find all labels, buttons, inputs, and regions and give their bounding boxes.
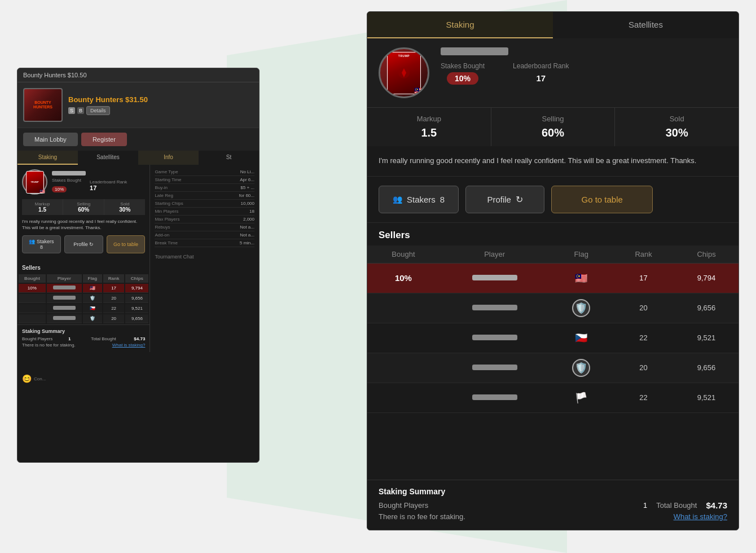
meta-stakes-bought: Stakes Bought 10% — [441, 62, 485, 84]
small-bought-players-label: Bought Players — [22, 336, 52, 341]
small-tournament-image: BOUNTYHUNTERS — [23, 88, 63, 122]
small-profile-label: Profile — [73, 242, 88, 247]
info-breaktime-value: 5 min... — [240, 240, 254, 245]
small-info-rows: Game Type No Li... Starting Time Apr 6..… — [150, 165, 259, 251]
large-sellers-table: Bought Player Flag Rank Chips 10% 🇲🇾 — [367, 245, 739, 413]
large-summary-fee-row: There is no fee for staking. What is sta… — [379, 512, 727, 521]
small-tournament-info: Bounty Hunters $31.50 S B Details — [68, 95, 148, 115]
info-row-maxplayers: Max Players 2,000 — [155, 216, 254, 223]
col-rank: Rank — [103, 274, 125, 283]
large-profile-button[interactable]: Profile ↻ — [465, 186, 544, 213]
small-tournament-title: Bounty Hunters $31.50 — [68, 95, 148, 104]
large-bought-players-label: Bought Players — [379, 501, 643, 510]
flag-shield-1: 🛡️ — [572, 299, 590, 317]
small-rank-value: 17 — [90, 185, 127, 191]
small-summary-title: Staking Summary — [22, 328, 145, 334]
small-tournament-badges: S B Details — [68, 106, 148, 115]
badge-s: S — [68, 107, 75, 114]
large-col-player: Player — [439, 245, 550, 264]
info-buyin-value: $5 + ... — [240, 185, 254, 190]
small-tournament-header: BOUNTYHUNTERS Bounty Hunters $31.50 S B … — [17, 82, 259, 128]
info-row-startchips: Starting Chips 10,000 — [155, 200, 254, 208]
small-goto-table-button[interactable]: Go to table — [107, 235, 146, 253]
info-row-buyin: Buy-in $5 + ... — [155, 184, 254, 192]
small-tab-info[interactable]: Info — [138, 151, 199, 165]
large-col-rank: Rank — [613, 245, 674, 264]
large-goto-table-button[interactable]: Go to table — [551, 186, 653, 213]
flag-white: 🏳️ — [572, 389, 590, 407]
info-row-minplayers: Min Players 18 — [155, 208, 254, 216]
small-register-button[interactable]: Register — [81, 133, 127, 146]
large-stat-selling: Selling 60% — [491, 108, 615, 146]
info-maxplayers-label: Max Players — [155, 217, 179, 222]
large-cell-chips: 9,656 — [674, 293, 739, 323]
large-player-flag: 🇲🇾 — [414, 86, 427, 95]
large-action-buttons: 👥 Stakers 8 Profile ↻ Go to table — [367, 177, 739, 223]
info-buyin-label: Buy-in — [155, 185, 168, 190]
large-fee-note: There is no fee for staking. — [379, 512, 674, 521]
large-sellers-table-wrapper[interactable]: Bought Player Flag Rank Chips 10% 🇲🇾 — [367, 245, 739, 480]
info-addon-value: Not a... — [240, 232, 254, 238]
small-markup-value: 1.5 — [25, 207, 59, 213]
table-row: 🛡️ 20 9,656 — [19, 314, 148, 323]
small-profile-button[interactable]: Profile ↻ — [64, 235, 103, 253]
large-cell-player — [439, 383, 550, 412]
small-details-button[interactable]: Details — [86, 106, 110, 115]
small-what-is-staking-link[interactable]: What is staking? — [112, 343, 146, 348]
large-stakers-button[interactable]: 👥 Stakers 8 — [379, 186, 459, 213]
info-rebuys-value: Not a... — [240, 225, 254, 230]
large-profile-label: Profile — [487, 195, 511, 204]
large-selling-label: Selling — [500, 115, 606, 123]
large-total-bought-value: $4.73 — [706, 501, 727, 510]
large-tabs: Staking Satellites — [367, 12, 739, 38]
small-rank-group: Leaderboard Rank 17 — [90, 179, 127, 191]
small-sellers-table: Bought Player Flag Rank Chips 10% 🇲🇾 — [17, 273, 150, 324]
info-starttime-label: Starting Time — [155, 177, 181, 182]
info-maxplayers-value: 2,000 — [243, 217, 254, 222]
small-tab-satellites[interactable]: Satellites — [78, 151, 138, 165]
large-player-meta: Stakes Bought 10% Leaderboard Rank 17 — [441, 62, 727, 84]
large-player-info: Stakes Bought 10% Leaderboard Rank 17 — [441, 47, 727, 84]
info-row-breaktime: Break Time 5 min... — [155, 239, 254, 247]
small-stakers-count: 8 — [40, 244, 43, 250]
sellers-table-header-row: Bought Player Flag Rank Chips — [367, 245, 739, 264]
large-bought-players-value: 1 — [643, 501, 647, 510]
meta-stakes-label: Stakes Bought — [441, 62, 485, 70]
small-main-lobby-button[interactable]: Main Lobby — [23, 133, 78, 146]
info-row-addon: Add-on Not a... — [155, 231, 254, 239]
cell-flag: 🛡️ — [83, 294, 102, 303]
large-what-is-staking-link[interactable]: What is staking? — [674, 512, 727, 521]
small-tab-st[interactable]: St — [199, 151, 259, 165]
table-row: 10% 🇲🇾 17 9,794 — [367, 263, 739, 293]
info-startchips-label: Starting Chips — [155, 201, 183, 206]
small-action-buttons: 👥 Stakers 8 Profile ↻ Go to table — [22, 235, 145, 253]
cell-rank: 22 — [103, 304, 125, 313]
large-tab-satellites[interactable]: Satellites — [553, 12, 739, 38]
large-stat-sold: Sold 30% — [615, 108, 739, 146]
large-stakers-label: Stakers — [407, 195, 436, 204]
large-sellers-header: Sellers — [367, 223, 739, 245]
small-stakers-button[interactable]: 👥 Stakers 8 — [22, 235, 61, 253]
small-total-bought-label: Total Bought — [91, 336, 116, 341]
small-fee-note: There is no fee for staking. — [22, 343, 76, 348]
small-tab-staking[interactable]: Staking — [17, 151, 78, 165]
large-tab-staking[interactable]: Staking — [367, 12, 553, 38]
large-cell-rank: 22 — [613, 323, 674, 353]
large-cell-bought — [367, 323, 439, 353]
table-row: 🛡️ 20 9,656 — [367, 293, 739, 323]
info-startchips-value: 10,000 — [241, 201, 254, 206]
small-stat-sold: Sold 30% — [104, 199, 145, 215]
large-cell-player — [439, 293, 550, 323]
small-stat-markup: Markup 1.5 — [22, 199, 63, 215]
small-summary-fee-row: There is no fee for staking. What is sta… — [22, 343, 145, 348]
table-row: 10% 🇲🇾 17 9,794 — [19, 284, 148, 293]
large-cell-player — [439, 263, 550, 293]
small-summary-bought-row: Bought Players 1 Total Bought $4.73 — [22, 336, 145, 341]
small-info-panel: Game Type No Li... Starting Time Apr 6..… — [150, 165, 259, 352]
small-selling-label: Selling — [67, 201, 100, 207]
cell-player — [47, 294, 82, 303]
flag-czech: 🇨🇿 — [572, 329, 590, 347]
info-breaktime-label: Break Time — [155, 240, 177, 245]
large-cell-chips: 9,521 — [674, 323, 739, 353]
large-cell-bought — [367, 353, 439, 383]
